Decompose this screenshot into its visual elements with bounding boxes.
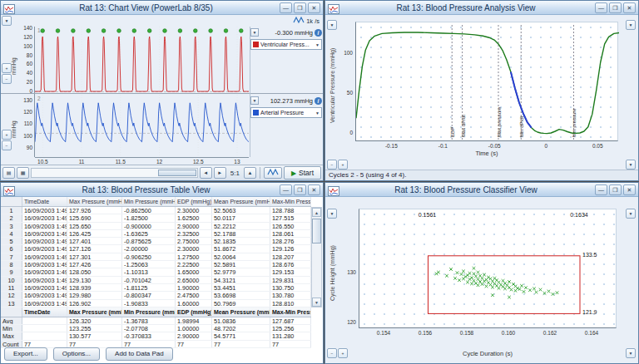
minimize-button[interactable]: — — [280, 2, 292, 13]
maximize-button[interactable]: ❐ — [294, 184, 306, 195]
marker-label: Max dP/dt — [461, 115, 466, 137]
table-row[interactable]: 816/09/2003 1:49:5127.426-1.250632.22500… — [1, 261, 311, 268]
table-row[interactable]: 916/09/2003 1:49:5128.050-1.103131.65000… — [1, 268, 311, 276]
arterial-trace-plot[interactable] — [35, 95, 249, 156]
column-header[interactable]: Min Pressure (mmHg) — [122, 197, 176, 206]
table-row[interactable]: 316/09/2003 1:49:5125.650-0.9000002.9000… — [1, 223, 311, 230]
vertical-scrollbar[interactable]: ▲ ▼ — [311, 207, 322, 307]
row-label: Avg — [1, 317, 22, 324]
channel-selector[interactable]: Ventricular Press... ▼ — [250, 39, 322, 50]
ventricular-trace-plot[interactable] — [35, 27, 249, 93]
scrollbar-thumb[interactable] — [158, 170, 196, 176]
analysis-plot-area[interactable]: EDPMax dP/dtMax pressureMin dP/dtMin pre… — [355, 22, 618, 141]
table-cell: 2.90000 — [176, 223, 212, 229]
analysis-plot-svg[interactable]: EDPMax dP/dtMax pressureMin dP/dtMin pre… — [356, 22, 619, 142]
zoom-out-button[interactable]: − — [327, 348, 337, 358]
range-dropdown-button[interactable]: ▼ — [250, 28, 259, 37]
scroll-right-button[interactable]: ► — [214, 167, 226, 179]
table-row[interactable]: 1316/09/2003 1:49:5126.902-1.908331.6000… — [1, 300, 311, 307]
range-dropdown-button[interactable]: ▼ — [250, 96, 259, 105]
app-icon — [328, 2, 339, 12]
column-header[interactable]: Mean Pressure (mmHg) — [212, 197, 270, 206]
table-row[interactable]: 1216/09/2003 1:49:5129.980-0.8003472.475… — [1, 292, 311, 299]
compression-ratio[interactable]: 5:1 — [228, 170, 242, 177]
ratio-up-button[interactable]: ▲ — [244, 167, 256, 179]
classifier-plot-area[interactable] — [359, 209, 617, 328]
options-button[interactable]: Options... — [53, 347, 100, 361]
x-axis-label: Cycle Duration (s) — [359, 350, 617, 357]
column-header[interactable]: Max Pressure (mmHg) — [67, 197, 122, 206]
chart-view-titlebar[interactable]: Rat 13: Chart View (PowerLab 8/35) —❐✕ — [1, 1, 323, 15]
grid-view-button[interactable]: ▦ — [17, 167, 29, 179]
close-button[interactable]: ✕ — [623, 184, 636, 195]
minimize-button[interactable]: — — [595, 184, 607, 195]
column-header[interactable]: TimeDate — [22, 197, 67, 206]
column-header[interactable]: EDP (mmHg) — [176, 197, 212, 206]
close-button[interactable]: ✕ — [623, 2, 636, 13]
zoom-out-button[interactable]: − — [327, 160, 337, 170]
row-label: 1 — [1, 207, 22, 214]
start-button[interactable]: ▶ Start — [284, 166, 321, 180]
scroll-down-button[interactable]: ▼ — [312, 298, 321, 307]
column-header[interactable] — [1, 197, 22, 206]
maximize-button[interactable]: ❐ — [609, 2, 622, 13]
zoom-in-button[interactable]: + — [338, 348, 348, 358]
table-row[interactable]: 416/09/2003 1:49:5126.425-1.636252.32500… — [1, 230, 311, 238]
classifier-view-titlebar[interactable]: Rat 13: Blood Pressure Classifier View —… — [325, 183, 638, 197]
scrollbar-track[interactable] — [312, 217, 321, 298]
table-row[interactable]: 1116/09/2003 1:49:5128.939-1.811251.9000… — [1, 284, 311, 292]
window-title: Rat 13: Blood Pressure Classifier View — [339, 185, 592, 194]
y-axis-unit: mmHg — [11, 121, 17, 138]
zoom-out-button[interactable]: − — [2, 140, 12, 150]
table-view-titlebar[interactable]: Rat 13: Blood Pressure Table View —❐✕ — [1, 183, 323, 197]
zoom-in-button[interactable]: + — [338, 160, 348, 170]
channel-selector[interactable]: Arterial Pressure ▼ — [250, 107, 322, 118]
x-tick-label: 0.156 — [414, 330, 437, 336]
row-label: 8 — [1, 261, 22, 268]
table-cell: -0.862500 — [122, 207, 176, 214]
column-header — [1, 307, 22, 317]
analysis-view-titlebar[interactable]: Rat 13: Blood Pressure Analysis View —❐✕ — [325, 1, 638, 15]
export-button[interactable]: Export... — [4, 347, 47, 361]
table-row[interactable]: 116/09/2003 1:49:5127.926-0.8625002.3000… — [1, 207, 311, 214]
table-cell: 53.4451 — [212, 284, 270, 291]
minimize-button[interactable]: — — [280, 184, 292, 195]
scroll-up-button[interactable]: ▲ — [312, 208, 321, 217]
maximize-button[interactable]: ❐ — [609, 184, 622, 195]
y-tick-label: 50 — [339, 90, 353, 96]
zoom-out-button[interactable]: − — [2, 74, 12, 84]
block-dropdown-button[interactable]: ▼ — [2, 16, 12, 26]
page-view-button[interactable]: ▤ — [2, 167, 15, 179]
axis-dropdown-button[interactable]: ▼ — [626, 160, 636, 170]
channel-divider[interactable] — [1, 93, 323, 94]
axis-dropdown-button[interactable]: ▼ — [626, 348, 636, 358]
scrollbar-thumb[interactable] — [312, 219, 321, 243]
close-button[interactable]: ✕ — [308, 2, 320, 13]
options-dropdown-button[interactable]: ▼ — [626, 20, 636, 30]
table-cell: -2.00000 — [122, 245, 176, 252]
waveform-icon — [293, 16, 305, 26]
table-cell: -0.370833 — [122, 332, 176, 339]
info-icon[interactable]: i — [315, 97, 322, 105]
table-row[interactable]: 616/09/2003 1:49:5127.126-2.000002.30000… — [1, 245, 311, 253]
column-header[interactable]: Max-Min Pressure (mmHg) — [270, 197, 311, 206]
scope-view-button[interactable] — [264, 167, 282, 179]
channel-dropdown-button[interactable]: ▼ — [327, 209, 337, 219]
table-row[interactable]: 1016/09/2003 1:49:5129.130-0.7010422.650… — [1, 277, 311, 284]
horizontal-scrollbar[interactable] — [31, 168, 198, 178]
add-to-datapad-button[interactable]: Add to Data Pad — [106, 347, 173, 361]
options-dropdown-button[interactable]: ▼ — [626, 209, 636, 219]
table-row[interactable]: 516/09/2003 1:49:5127.401-0.8756252.7500… — [1, 238, 311, 245]
table-row[interactable]: 216/09/2003 1:49:5125.690-1.825001.62500… — [1, 214, 311, 222]
channel-dropdown-button[interactable]: ▼ — [327, 20, 337, 30]
table-cell: 77 — [122, 341, 176, 347]
info-icon[interactable]: i — [315, 29, 322, 37]
table-cell: 129.126 — [270, 245, 311, 252]
scroll-left-button[interactable]: ◄ — [200, 167, 212, 179]
table-row[interactable]: 716/09/2003 1:49:5127.301-0.9062501.2750… — [1, 253, 311, 261]
y-tick-label: 120 — [18, 34, 32, 40]
classifier-plot-svg[interactable] — [359, 209, 617, 329]
minimize-button[interactable]: — — [595, 2, 607, 13]
maximize-button[interactable]: ❐ — [294, 2, 306, 13]
close-button[interactable]: ✕ — [308, 184, 320, 195]
